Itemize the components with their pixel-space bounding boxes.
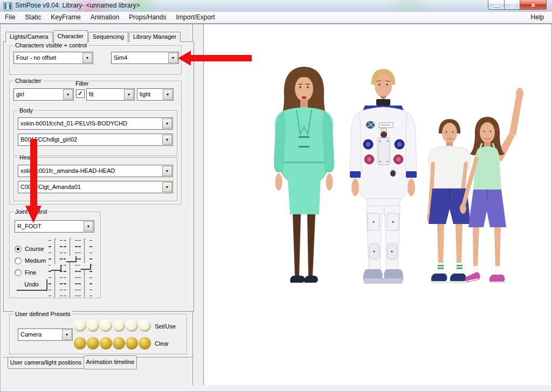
tab-library-manager[interactable]: Library Manager	[129, 32, 181, 42]
menu-static[interactable]: Static	[20, 12, 46, 23]
title-bar[interactable]: SimPose v9.04: Library- <unnamed library…	[0, 0, 552, 12]
menu-props-hands[interactable]: Props/Hands	[124, 12, 171, 23]
preset-set-use-button-6[interactable]	[139, 319, 151, 332]
group-characters-visible-label: Characters visible + control	[13, 42, 88, 48]
restore-icon	[509, 2, 515, 7]
annotation-arrow-active-sim	[178, 50, 253, 66]
radio-course[interactable]: Course	[15, 245, 44, 253]
filter-label: Filter	[75, 80, 88, 87]
window-controls	[488, 0, 547, 10]
joint-slider-y[interactable]	[64, 239, 78, 298]
radio-fine[interactable]: Fine	[15, 269, 36, 276]
offset-mode-value: Four - no offset	[16, 52, 82, 63]
dropdown-arrow-icon[interactable]	[124, 89, 134, 100]
character-adult-female[interactable]	[274, 67, 334, 283]
preset-row-unset	[74, 319, 151, 332]
group-user-presets-label: User defined Presets	[13, 311, 72, 317]
preset-set-use-button-3[interactable]	[100, 319, 112, 332]
preset-clear-button-2[interactable]	[87, 337, 99, 349]
preset-clear-button-5[interactable]	[126, 337, 138, 349]
app-icon[interactable]	[3, 2, 12, 10]
preset-clear-button-6[interactable]	[139, 337, 151, 349]
character-adult-male-astronaut[interactable]	[350, 69, 417, 284]
joint-slider-z[interactable]	[78, 239, 92, 298]
preset-set-use-button-1[interactable]	[74, 319, 86, 332]
body-mesh-dropdown[interactable]: xskin-b001fcchd_01-PELVIS-BODYCHD	[18, 117, 173, 130]
slider-thumb[interactable]	[80, 263, 91, 269]
minimize-button[interactable]	[488, 0, 505, 10]
joint-slider-x[interactable]	[49, 239, 63, 298]
undo-button[interactable]: Undo	[16, 279, 47, 290]
dropdown-arrow-icon[interactable]	[163, 89, 172, 100]
radio-medium[interactable]: Medium	[15, 257, 46, 264]
menu-file[interactable]: File	[0, 12, 20, 23]
arrow-shaft	[30, 139, 37, 207]
dropdown-arrow-icon[interactable]	[162, 182, 172, 192]
preset-set-use-button-4[interactable]	[113, 319, 125, 332]
restore-button[interactable]	[505, 0, 520, 10]
arrow-head-icon	[25, 206, 42, 223]
active-sim-dropdown[interactable]: Sim4	[111, 52, 179, 64]
main-tab-strip: Lights/Camera Character Sequencing Libra…	[5, 30, 181, 42]
dropdown-arrow-icon[interactable]	[162, 118, 172, 129]
skin-tone-dropdown[interactable]: light	[137, 88, 174, 101]
set-use-label: Set/Use	[155, 323, 176, 330]
dropdown-arrow-icon[interactable]	[84, 221, 93, 232]
menu-import-export[interactable]: Import/Export	[171, 12, 219, 23]
tab-sequencing[interactable]: Sequencing	[88, 32, 128, 42]
dropdown-arrow-icon[interactable]	[162, 166, 172, 176]
clear-label: Clear	[155, 340, 169, 347]
slider-ticks	[64, 240, 66, 296]
dropdown-arrow-icon[interactable]	[62, 330, 72, 340]
tab-animation-timeline[interactable]: Animation timeline	[84, 355, 137, 369]
menu-animation[interactable]: Animation	[86, 12, 124, 23]
annotation-arrow-joint-dropdown	[25, 139, 42, 224]
slider-thumb[interactable]	[66, 256, 76, 262]
tab-character[interactable]: Character	[53, 30, 88, 43]
tab-user-camera-light-positions[interactable]: User camera/light positions	[8, 358, 84, 369]
character-child-girl[interactable]	[460, 88, 523, 283]
radio-fine-circle[interactable]	[15, 269, 22, 276]
tab-lights-camera[interactable]: Lights/Camera	[5, 32, 53, 42]
window-title: SimPose v9.04: Library- <unnamed library…	[15, 2, 140, 9]
dropdown-arrow-icon[interactable]	[168, 53, 178, 63]
slider-thumb[interactable]	[51, 264, 61, 270]
offset-mode-dropdown[interactable]: Four - no offset	[13, 52, 93, 64]
menu-keyframe[interactable]: KeyFrame	[46, 12, 85, 23]
character-value: girl	[16, 89, 63, 100]
close-button[interactable]	[520, 0, 547, 10]
group-body-label: Body	[18, 107, 34, 114]
menu-bar: File Static KeyFrame Animation Props/Han…	[0, 12, 552, 24]
preset-set-use-button-5[interactable]	[126, 319, 138, 332]
preset-clear-button-1[interactable]	[74, 337, 86, 349]
render-viewport[interactable]	[203, 24, 550, 385]
slider-ticks	[75, 240, 78, 296]
skin-tone-value: light	[140, 89, 162, 100]
dropdown-arrow-icon[interactable]	[82, 53, 92, 63]
fit-dropdown[interactable]: fit	[86, 88, 135, 101]
active-sim-value: Sim4	[114, 52, 168, 63]
radio-course-label: Course	[25, 246, 44, 252]
filter-checkbox[interactable]	[76, 89, 85, 98]
arrow-shaft	[190, 55, 252, 61]
dropdown-arrow-icon[interactable]	[162, 135, 172, 145]
body-mesh-value: xskin-b001fcchd_01-PELVIS-BODYCHD	[20, 118, 162, 129]
dropdown-arrow-icon[interactable]	[63, 89, 73, 100]
radio-medium-label: Medium	[25, 257, 46, 264]
preset-set-use-button-2[interactable]	[87, 319, 99, 332]
fit-value: fit	[89, 89, 123, 100]
preset-target-dropdown[interactable]: Camera	[18, 328, 73, 341]
preset-row-set	[74, 337, 151, 349]
radio-fine-label: Fine	[25, 269, 36, 276]
preset-clear-button-4[interactable]	[113, 337, 125, 349]
radio-medium-circle[interactable]	[15, 257, 22, 264]
preset-clear-button-3[interactable]	[100, 337, 112, 349]
menu-help[interactable]: Help	[526, 12, 549, 23]
arrow-head-icon	[178, 51, 191, 66]
close-icon	[530, 0, 535, 10]
group-character-label: Character	[13, 78, 43, 84]
radio-course-circle[interactable]	[15, 246, 22, 253]
character-dropdown[interactable]: girl	[13, 88, 74, 101]
slider-track[interactable]	[70, 239, 71, 298]
preset-target-value: Camera	[20, 329, 61, 340]
